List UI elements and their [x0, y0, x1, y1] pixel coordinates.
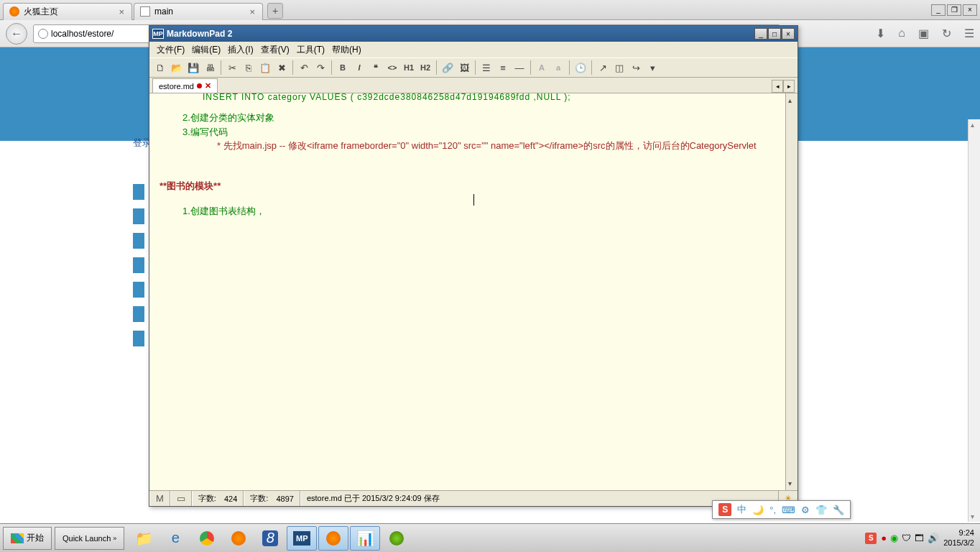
tab-next-icon[interactable]: ▸: [783, 80, 795, 93]
ime-punct-icon[interactable]: °,: [769, 505, 776, 515]
sidebar-item[interactable]: [133, 233, 144, 249]
task-firefox-icon[interactable]: [223, 526, 254, 551]
save-all-icon[interactable]: 🖶: [202, 60, 218, 75]
task-firefox2-icon[interactable]: [318, 526, 348, 551]
ime-moon-icon[interactable]: 🌙: [752, 505, 764, 515]
tab-close-icon[interactable]: ×: [117, 6, 126, 17]
ol-icon[interactable]: ≡: [495, 60, 511, 75]
download-icon[interactable]: ⬇: [876, 27, 885, 40]
upper-a-icon[interactable]: A: [534, 60, 550, 75]
italic-icon[interactable]: I: [351, 60, 367, 75]
ime-wrench-icon[interactable]: 🔧: [833, 505, 844, 515]
task-markdownpad-icon[interactable]: MP: [287, 526, 317, 551]
task-ie-icon[interactable]: e: [160, 526, 190, 551]
back-button[interactable]: ←: [6, 23, 27, 45]
h2-icon[interactable]: H2: [417, 60, 433, 75]
sidebar-item[interactable]: [133, 257, 144, 273]
menu-file[interactable]: 文件(F): [154, 42, 188, 58]
new-tab-button[interactable]: +: [267, 3, 283, 19]
tab-prev-icon[interactable]: ◂: [772, 80, 783, 93]
editor-scrollbar[interactable]: [785, 93, 798, 490]
menu-help[interactable]: 帮助(H): [329, 42, 364, 58]
-lang-icon[interactable]: 中: [737, 503, 746, 516]
task-chart-icon[interactable]: 📊: [350, 526, 380, 551]
tray-window-icon[interactable]: 🗔: [915, 533, 924, 543]
sidebar-item[interactable]: [133, 306, 144, 322]
delete-icon[interactable]: ✖: [274, 60, 290, 75]
browser-tab-main[interactable]: main ×: [134, 3, 263, 20]
sidebar-item[interactable]: [133, 331, 144, 346]
clock[interactable]: 9:24 2015/3/2: [943, 528, 974, 547]
menu-view[interactable]: 查看(V): [258, 42, 292, 58]
mdp-close-button[interactable]: ×: [782, 28, 795, 40]
sidebar-item[interactable]: [133, 184, 144, 200]
redo-icon[interactable]: ↷: [313, 60, 328, 75]
heading-line: **图书的模块**: [160, 179, 783, 193]
save-icon[interactable]: 💾: [185, 60, 201, 75]
mdp-maximize-button[interactable]: □: [768, 28, 781, 40]
tab-close-icon[interactable]: ✕: [205, 81, 211, 91]
task-explorer-icon[interactable]: 📁: [129, 526, 159, 551]
home-icon[interactable]: ⌂: [898, 27, 905, 40]
lower-a-icon[interactable]: a: [550, 60, 566, 75]
page-scrollbar[interactable]: [968, 119, 980, 522]
h1-icon[interactable]: H1: [401, 60, 417, 75]
sidebar-item[interactable]: [133, 208, 144, 224]
timestamp-icon[interactable]: 🕒: [573, 60, 588, 75]
mdp-editor-area[interactable]: INSERT INTO category VALUES ( c392dcde38…: [149, 93, 798, 490]
preview-icon[interactable]: ↗: [595, 60, 611, 75]
mdp-minimize-button[interactable]: _: [754, 28, 767, 40]
hr-icon[interactable]: —: [512, 60, 527, 75]
split-icon[interactable]: ◫: [611, 60, 627, 75]
tray-shield-icon[interactable]: 🛡: [902, 533, 911, 543]
maximize-button[interactable]: ❐: [947, 4, 961, 16]
status-markdown-icon[interactable]: M: [149, 491, 170, 506]
mdp-title-bar[interactable]: MP MarkdownPad 2 _ □ ×: [149, 26, 798, 42]
open-file-icon[interactable]: 📂: [169, 60, 185, 75]
new-file-icon[interactable]: 🗋: [152, 60, 168, 75]
status-book-icon[interactable]: ▭: [170, 491, 192, 506]
tray-green-icon[interactable]: ◉: [890, 533, 898, 543]
firefox-icon: [9, 6, 19, 17]
mdp-tab-estore[interactable]: estore.md ✕: [152, 78, 218, 93]
task-app-icon[interactable]: 8: [255, 526, 285, 551]
undo-icon[interactable]: ↶: [296, 60, 312, 75]
image-icon[interactable]: 🖼: [456, 60, 472, 75]
sogou-icon[interactable]: S: [718, 503, 731, 516]
browser-tab-firefox-home[interactable]: 火狐主页 ×: [3, 3, 132, 20]
ime-skin-icon[interactable]: 👕: [815, 505, 827, 515]
link-icon[interactable]: 🔗: [440, 60, 456, 75]
ul-icon[interactable]: ☰: [479, 60, 494, 75]
tab-close-icon[interactable]: ×: [248, 6, 256, 17]
bold-icon[interactable]: B: [335, 60, 351, 75]
sync-icon[interactable]: ↻: [942, 27, 951, 40]
ime-keyboard-icon[interactable]: ⌨: [782, 505, 795, 515]
quote-icon[interactable]: ❝: [368, 60, 384, 75]
windows-logo-icon: [11, 533, 24, 543]
paste-icon[interactable]: 📋: [257, 60, 273, 75]
export-icon[interactable]: ↪: [628, 60, 644, 75]
menu-edit[interactable]: 编辑(E): [189, 42, 223, 58]
code-icon[interactable]: <>: [384, 60, 400, 75]
quick-launch-bar[interactable]: Quick Launch »: [55, 527, 124, 550]
ime-gear-icon[interactable]: ⚙: [801, 505, 810, 515]
bookmark-icon[interactable]: ▣: [918, 27, 929, 40]
sidebar-item[interactable]: [133, 282, 144, 298]
menu-icon[interactable]: ☰: [964, 27, 974, 40]
copy-icon[interactable]: ⎘: [241, 60, 256, 75]
tray-record-icon[interactable]: ●: [881, 533, 887, 543]
menu-tools[interactable]: 工具(T): [294, 42, 328, 58]
tab-label: 火狐主页: [24, 6, 58, 18]
ime-tray-widget[interactable]: S 中 🌙 °, ⌨ ⚙ 👕 🔧: [712, 500, 851, 519]
cut-icon[interactable]: ✂: [224, 60, 240, 75]
task-chrome-icon[interactable]: [192, 526, 222, 551]
start-button[interactable]: 开始: [3, 527, 52, 550]
close-button[interactable]: ×: [963, 4, 977, 16]
tray-sogou-icon[interactable]: S: [865, 533, 877, 544]
menu-insert[interactable]: 插入(I): [225, 42, 256, 58]
tray-volume-icon[interactable]: 🔊: [928, 533, 939, 543]
task-green-icon[interactable]: [382, 526, 412, 551]
mdp-app-icon: MP: [152, 29, 164, 39]
minimize-button[interactable]: _: [931, 4, 946, 16]
down-icon[interactable]: ▾: [644, 60, 660, 75]
